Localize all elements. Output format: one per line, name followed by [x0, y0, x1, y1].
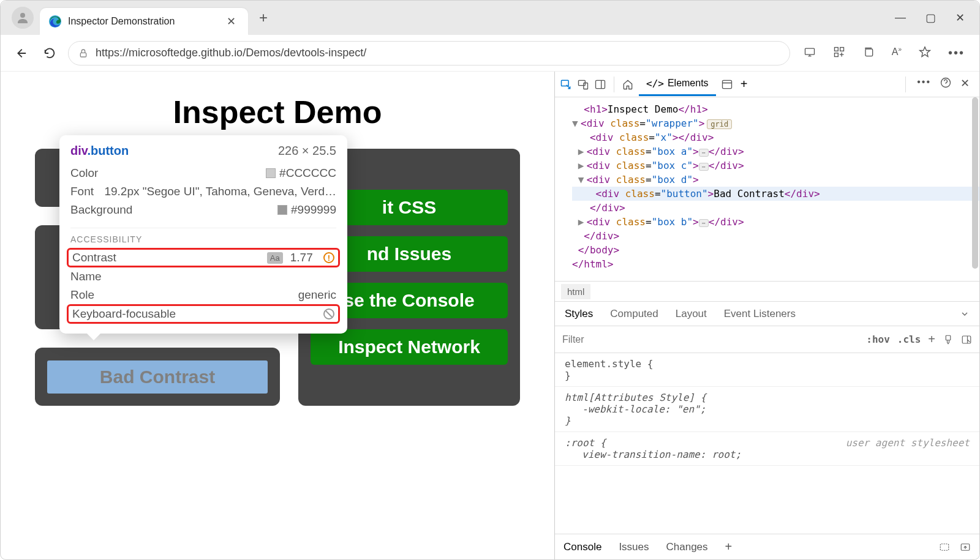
apps-icon[interactable]: [833, 46, 845, 60]
svg-rect-5: [840, 48, 843, 51]
new-tab-button[interactable]: +: [259, 9, 268, 26]
tooltip-font-label: Font: [70, 185, 94, 198]
svg-rect-3: [805, 48, 814, 54]
svg-rect-10: [584, 83, 588, 89]
drawer-expand-icon[interactable]: [960, 542, 971, 553]
tab-title: Inspector Demonstration: [68, 16, 223, 27]
tooltip-keyboard-row: Keyboard-focusable: [67, 304, 340, 324]
elements-tab[interactable]: </>Elements: [639, 73, 716, 96]
svg-rect-12: [722, 80, 731, 88]
person-icon: [15, 10, 30, 25]
event-listeners-tab[interactable]: Event Listeners: [724, 308, 796, 320]
demo-button-4[interactable]: Inspect Network: [311, 329, 508, 365]
console-drawer-tab[interactable]: Console: [564, 541, 601, 553]
add-drawer-tab-icon[interactable]: +: [725, 540, 733, 554]
svg-rect-6: [834, 53, 838, 57]
styles-filter-row: :hov .cls +: [555, 326, 979, 353]
minimize-button[interactable]: —: [895, 11, 906, 24]
profile-avatar[interactable]: [12, 7, 34, 29]
changes-drawer-tab[interactable]: Changes: [666, 541, 708, 553]
page-heading: Inspect Demo: [35, 94, 520, 130]
svg-point-0: [20, 13, 25, 18]
styles-pane-tabs: Styles Computed Layout Event Listeners: [555, 302, 979, 326]
browser-tab[interactable]: Inspector Demonstration ✕: [40, 8, 248, 35]
new-style-rule-icon[interactable]: +: [928, 332, 935, 346]
more-tools-icon[interactable]: •••: [917, 77, 931, 92]
warning-icon: !: [323, 252, 334, 263]
help-icon[interactable]: [940, 77, 952, 92]
back-button[interactable]: [9, 42, 31, 64]
lock-icon: [78, 48, 88, 58]
page-viewport: Inspect Demo it CSS nd Issues se the Con…: [2, 73, 553, 558]
maximize-button[interactable]: ▢: [925, 11, 936, 24]
layout-tab[interactable]: Layout: [676, 308, 707, 320]
tooltip-color-label: Color: [70, 166, 98, 180]
cls-toggle[interactable]: .cls: [897, 334, 921, 345]
inspector-tooltip: div.button 226 × 25.5 Color#CCCCCC Font1…: [59, 135, 347, 334]
tooltip-contrast-row: Contrast Aa1.77 !: [67, 248, 340, 267]
styles-tab[interactable]: Styles: [565, 308, 593, 320]
devtools-panel: </>Elements + ••• ✕ <h1>Inspect Demo</h1…: [554, 72, 979, 559]
edge-favicon-icon: [48, 15, 62, 28]
styles-filter-input[interactable]: [562, 334, 859, 345]
tooltip-dimensions: 226 × 25.5: [278, 144, 336, 158]
address-bar[interactable]: https://microsoftedge.github.io/Demos/de…: [68, 41, 790, 65]
tooltip-a11y-heading: ACCESSIBILITY: [70, 228, 336, 244]
svg-rect-14: [946, 335, 951, 340]
more-icon[interactable]: •••: [948, 46, 965, 60]
dom-tree[interactable]: <h1>Inspect Demo</h1> ▼<div class="wrapp…: [555, 97, 979, 281]
dock-side-icon[interactable]: [594, 78, 606, 91]
tooltip-bg-label: Background: [70, 203, 132, 217]
scrollbar-thumb[interactable]: [972, 97, 978, 269]
aa-badge-icon: Aa: [267, 252, 283, 264]
close-devtools-icon[interactable]: ✕: [960, 77, 970, 92]
url-text: https://microsoftedge.github.io/Demos/de…: [96, 47, 366, 59]
close-window-button[interactable]: ✕: [956, 11, 965, 24]
read-aloud-icon[interactable]: A»: [892, 46, 902, 60]
add-tab-icon[interactable]: +: [738, 78, 750, 91]
refresh-button[interactable]: [39, 42, 61, 64]
browser-titlebar: Inspector Demonstration ✕ + — ▢ ✕: [1, 1, 979, 35]
device-emulation-icon[interactable]: [577, 78, 589, 91]
color-swatch-icon: [266, 168, 276, 178]
hov-toggle[interactable]: :hov: [866, 334, 890, 345]
computed-tab[interactable]: Computed: [610, 308, 658, 320]
styles-rules: element.style { } html[Attributes Style]…: [555, 353, 979, 534]
tooltip-name-label: Name: [70, 270, 102, 283]
brush-icon[interactable]: [943, 334, 954, 345]
selected-dom-node[interactable]: <div class="button">Bad Contrast</div>: [572, 187, 979, 201]
computed-panel-icon[interactable]: [961, 334, 972, 345]
browser-toolbar: https://microsoftedge.github.io/Demos/de…: [1, 35, 979, 72]
grid-badge[interactable]: grid: [707, 119, 732, 129]
tab-close-button[interactable]: ✕: [223, 13, 239, 29]
issues-drawer-tab[interactable]: Issues: [619, 541, 649, 553]
inspect-element-icon[interactable]: [560, 78, 572, 91]
svg-rect-16: [940, 543, 949, 550]
drawer-dock-icon[interactable]: [939, 542, 950, 553]
devtools-toolbar: </>Elements + ••• ✕: [555, 72, 979, 97]
welcome-tab-icon[interactable]: [622, 78, 634, 91]
devtools-drawer: Console Issues Changes +: [555, 534, 979, 559]
styles-more-icon[interactable]: [960, 309, 970, 319]
dom-breadcrumb[interactable]: html: [555, 281, 979, 302]
tooltip-selector: div.button: [70, 144, 129, 158]
svg-rect-4: [834, 48, 838, 51]
bg-swatch-icon: [277, 205, 287, 215]
svg-rect-8: [562, 80, 569, 86]
not-allowed-icon: [323, 308, 334, 319]
svg-rect-2: [80, 53, 86, 57]
svg-rect-11: [596, 80, 605, 88]
box-d: Bad Contrast: [35, 348, 280, 406]
tooltip-role-label: Role: [70, 288, 94, 302]
svg-rect-15: [962, 336, 971, 343]
collections-icon[interactable]: [862, 46, 875, 60]
bad-contrast-button[interactable]: Bad Contrast: [47, 360, 268, 394]
desktop-icon[interactable]: [804, 46, 816, 60]
favorite-icon[interactable]: [919, 46, 931, 60]
svg-rect-7: [865, 49, 873, 56]
application-tab-icon[interactable]: [721, 78, 733, 91]
